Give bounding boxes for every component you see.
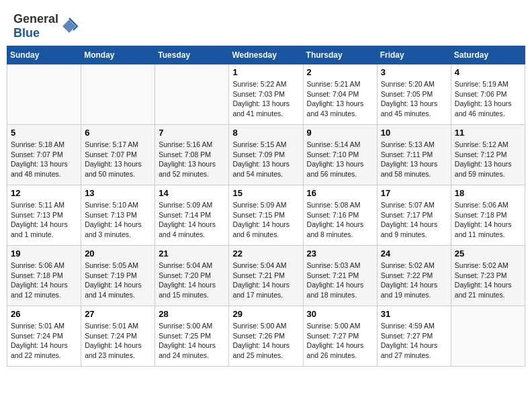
day-info: Sunrise: 5:20 AM Sunset: 7:05 PM Dayligh… bbox=[381, 79, 447, 119]
calendar-week-row-3: 12Sunrise: 5:11 AM Sunset: 7:13 PM Dayli… bbox=[7, 185, 525, 246]
day-number: 31 bbox=[381, 309, 447, 319]
calendar-cell: 16Sunrise: 5:08 AM Sunset: 7:16 PM Dayli… bbox=[303, 185, 377, 246]
calendar-cell: 18Sunrise: 5:06 AM Sunset: 7:18 PM Dayli… bbox=[451, 185, 525, 246]
day-number: 18 bbox=[455, 188, 521, 198]
logo: General Blue bbox=[13, 12, 79, 40]
weekday-header-thursday: Thursday bbox=[303, 46, 377, 64]
weekday-header-wednesday: Wednesday bbox=[229, 46, 303, 64]
day-number: 12 bbox=[11, 188, 77, 198]
day-number: 7 bbox=[159, 128, 225, 138]
calendar-cell: 5Sunrise: 5:18 AM Sunset: 7:07 PM Daylig… bbox=[7, 125, 81, 185]
calendar-cell: 24Sunrise: 5:02 AM Sunset: 7:22 PM Dayli… bbox=[377, 246, 451, 306]
day-info: Sunrise: 5:10 AM Sunset: 7:13 PM Dayligh… bbox=[85, 200, 151, 240]
logo-icon bbox=[60, 17, 79, 36]
calendar-cell: 1Sunrise: 5:22 AM Sunset: 7:03 PM Daylig… bbox=[229, 64, 303, 125]
calendar-cell: 10Sunrise: 5:13 AM Sunset: 7:11 PM Dayli… bbox=[377, 125, 451, 185]
day-number: 17 bbox=[381, 188, 447, 198]
day-number: 8 bbox=[232, 128, 299, 138]
day-info: Sunrise: 5:09 AM Sunset: 7:14 PM Dayligh… bbox=[159, 200, 225, 240]
day-info: Sunrise: 5:07 AM Sunset: 7:17 PM Dayligh… bbox=[381, 200, 447, 240]
calendar-cell: 2Sunrise: 5:21 AM Sunset: 7:04 PM Daylig… bbox=[303, 64, 377, 125]
calendar-cell bbox=[451, 306, 525, 367]
day-number: 2 bbox=[307, 67, 373, 77]
calendar-cell: 11Sunrise: 5:12 AM Sunset: 7:12 PM Dayli… bbox=[451, 125, 525, 185]
day-info: Sunrise: 4:59 AM Sunset: 7:27 PM Dayligh… bbox=[381, 321, 447, 361]
day-info: Sunrise: 5:06 AM Sunset: 7:18 PM Dayligh… bbox=[11, 261, 77, 300]
day-number: 26 bbox=[11, 309, 77, 319]
calendar-cell: 19Sunrise: 5:06 AM Sunset: 7:18 PM Dayli… bbox=[7, 246, 81, 306]
day-info: Sunrise: 5:18 AM Sunset: 7:07 PM Dayligh… bbox=[11, 140, 77, 179]
day-info: Sunrise: 5:01 AM Sunset: 7:24 PM Dayligh… bbox=[85, 321, 151, 361]
weekday-header-sunday: Sunday bbox=[7, 46, 81, 64]
day-info: Sunrise: 5:02 AM Sunset: 7:22 PM Dayligh… bbox=[381, 261, 447, 300]
day-info: Sunrise: 5:05 AM Sunset: 7:19 PM Dayligh… bbox=[85, 261, 151, 300]
day-info: Sunrise: 5:00 AM Sunset: 7:25 PM Dayligh… bbox=[159, 321, 225, 361]
calendar-cell: 12Sunrise: 5:11 AM Sunset: 7:13 PM Dayli… bbox=[7, 185, 81, 246]
day-info: Sunrise: 5:21 AM Sunset: 7:04 PM Dayligh… bbox=[307, 79, 373, 119]
weekday-header-saturday: Saturday bbox=[451, 46, 525, 64]
day-number: 9 bbox=[307, 128, 373, 138]
day-number: 29 bbox=[232, 309, 299, 319]
day-info: Sunrise: 5:00 AM Sunset: 7:26 PM Dayligh… bbox=[232, 321, 299, 361]
calendar-cell: 17Sunrise: 5:07 AM Sunset: 7:17 PM Dayli… bbox=[377, 185, 451, 246]
day-number: 5 bbox=[11, 128, 77, 138]
day-info: Sunrise: 5:08 AM Sunset: 7:16 PM Dayligh… bbox=[307, 200, 373, 240]
calendar-cell: 13Sunrise: 5:10 AM Sunset: 7:13 PM Dayli… bbox=[81, 185, 155, 246]
day-number: 25 bbox=[455, 248, 521, 259]
calendar-cell: 27Sunrise: 5:01 AM Sunset: 7:24 PM Dayli… bbox=[81, 306, 155, 367]
day-number: 14 bbox=[159, 188, 225, 198]
day-info: Sunrise: 5:04 AM Sunset: 7:20 PM Dayligh… bbox=[159, 261, 225, 300]
day-info: Sunrise: 5:00 AM Sunset: 7:27 PM Dayligh… bbox=[307, 321, 373, 361]
calendar-cell: 3Sunrise: 5:20 AM Sunset: 7:05 PM Daylig… bbox=[377, 64, 451, 125]
day-info: Sunrise: 5:01 AM Sunset: 7:24 PM Dayligh… bbox=[11, 321, 77, 361]
day-number: 1 bbox=[232, 67, 299, 77]
day-info: Sunrise: 5:15 AM Sunset: 7:09 PM Dayligh… bbox=[232, 140, 299, 179]
day-number: 15 bbox=[232, 188, 299, 198]
day-number: 23 bbox=[307, 248, 373, 259]
day-number: 24 bbox=[381, 248, 447, 259]
day-info: Sunrise: 5:16 AM Sunset: 7:08 PM Dayligh… bbox=[159, 140, 225, 179]
day-number: 3 bbox=[381, 67, 447, 77]
weekday-header-friday: Friday bbox=[377, 46, 451, 64]
day-number: 28 bbox=[159, 309, 225, 319]
calendar-cell: 6Sunrise: 5:17 AM Sunset: 7:07 PM Daylig… bbox=[81, 125, 155, 185]
calendar-cell: 22Sunrise: 5:04 AM Sunset: 7:21 PM Dayli… bbox=[229, 246, 303, 306]
day-info: Sunrise: 5:09 AM Sunset: 7:15 PM Dayligh… bbox=[232, 200, 299, 240]
day-number: 6 bbox=[85, 128, 151, 138]
day-info: Sunrise: 5:06 AM Sunset: 7:18 PM Dayligh… bbox=[455, 200, 521, 240]
weekday-header-monday: Monday bbox=[81, 46, 155, 64]
calendar-cell: 20Sunrise: 5:05 AM Sunset: 7:19 PM Dayli… bbox=[81, 246, 155, 306]
day-number: 13 bbox=[85, 188, 151, 198]
day-info: Sunrise: 5:17 AM Sunset: 7:07 PM Dayligh… bbox=[85, 140, 151, 179]
day-number: 19 bbox=[11, 248, 77, 259]
day-number: 11 bbox=[455, 128, 521, 138]
calendar-week-row-4: 19Sunrise: 5:06 AM Sunset: 7:18 PM Dayli… bbox=[7, 246, 525, 306]
day-number: 16 bbox=[307, 188, 373, 198]
calendar-cell: 15Sunrise: 5:09 AM Sunset: 7:15 PM Dayli… bbox=[229, 185, 303, 246]
day-info: Sunrise: 5:12 AM Sunset: 7:12 PM Dayligh… bbox=[455, 140, 521, 179]
day-number: 27 bbox=[85, 309, 151, 319]
calendar-cell: 9Sunrise: 5:14 AM Sunset: 7:10 PM Daylig… bbox=[303, 125, 377, 185]
calendar-cell: 29Sunrise: 5:00 AM Sunset: 7:26 PM Dayli… bbox=[229, 306, 303, 367]
day-number: 30 bbox=[307, 309, 373, 319]
day-info: Sunrise: 5:02 AM Sunset: 7:23 PM Dayligh… bbox=[455, 261, 521, 300]
day-info: Sunrise: 5:22 AM Sunset: 7:03 PM Dayligh… bbox=[232, 79, 299, 119]
calendar-cell: 8Sunrise: 5:15 AM Sunset: 7:09 PM Daylig… bbox=[229, 125, 303, 185]
day-info: Sunrise: 5:11 AM Sunset: 7:13 PM Dayligh… bbox=[11, 200, 77, 240]
calendar-week-row-1: 1Sunrise: 5:22 AM Sunset: 7:03 PM Daylig… bbox=[7, 64, 525, 125]
day-info: Sunrise: 5:03 AM Sunset: 7:21 PM Dayligh… bbox=[307, 261, 373, 300]
day-number: 10 bbox=[381, 128, 447, 138]
calendar-cell: 21Sunrise: 5:04 AM Sunset: 7:20 PM Dayli… bbox=[155, 246, 229, 306]
calendar-week-row-5: 26Sunrise: 5:01 AM Sunset: 7:24 PM Dayli… bbox=[7, 306, 525, 367]
day-info: Sunrise: 5:19 AM Sunset: 7:06 PM Dayligh… bbox=[455, 79, 521, 119]
calendar-cell: 25Sunrise: 5:02 AM Sunset: 7:23 PM Dayli… bbox=[451, 246, 525, 306]
day-number: 4 bbox=[455, 67, 521, 77]
day-info: Sunrise: 5:04 AM Sunset: 7:21 PM Dayligh… bbox=[232, 261, 299, 300]
day-info: Sunrise: 5:13 AM Sunset: 7:11 PM Dayligh… bbox=[381, 140, 447, 179]
calendar-cell: 23Sunrise: 5:03 AM Sunset: 7:21 PM Dayli… bbox=[303, 246, 377, 306]
calendar-cell: 30Sunrise: 5:00 AM Sunset: 7:27 PM Dayli… bbox=[303, 306, 377, 367]
calendar-cell: 7Sunrise: 5:16 AM Sunset: 7:08 PM Daylig… bbox=[155, 125, 229, 185]
calendar-cell bbox=[7, 64, 81, 125]
logo-general-text: General bbox=[13, 12, 58, 26]
weekday-header-row: SundayMondayTuesdayWednesdayThursdayFrid… bbox=[7, 46, 525, 64]
